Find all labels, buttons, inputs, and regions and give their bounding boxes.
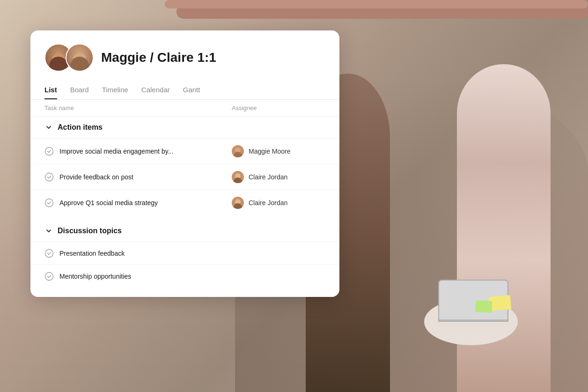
- task-left: Mentorship opportunities: [44, 272, 232, 281]
- task-assignee: Maggie Moore: [232, 145, 325, 157]
- task-card: Maggie / Claire 1:1 List Board Timeline …: [30, 30, 339, 297]
- task-assignee: Claire Jordan: [232, 171, 325, 183]
- svg-point-4: [45, 273, 53, 281]
- sticky-note-2: [475, 300, 492, 313]
- tab-list[interactable]: List: [44, 81, 57, 99]
- section-action-label: Action items: [58, 123, 103, 132]
- task-row[interactable]: Presentation feedback: [30, 242, 339, 265]
- check-circle-icon: [44, 249, 54, 258]
- section-discussion-label: Discussion topics: [58, 227, 122, 235]
- task-row[interactable]: Approve Q1 social media strategy Claire …: [30, 190, 339, 215]
- svg-point-1: [45, 173, 53, 181]
- task-name: Presentation feedback: [59, 250, 125, 257]
- column-headers: Task name Assignee: [30, 100, 339, 117]
- assignee-name: Maggie Moore: [249, 148, 291, 155]
- bench-top: [165, 0, 588, 8]
- header-top: Maggie / Claire 1:1: [44, 44, 325, 72]
- task-assignee: Claire Jordan: [232, 197, 325, 209]
- tab-calendar[interactable]: Calendar: [141, 81, 170, 99]
- task-left: Provide feedback on post: [44, 172, 232, 182]
- task-name: Approve Q1 social media strategy: [59, 199, 158, 207]
- tabs-bar: List Board Timeline Calendar Gantt: [30, 81, 339, 100]
- svg-point-3: [45, 250, 53, 258]
- col-task-label: Task name: [44, 104, 232, 111]
- assignee-name: Claire Jordan: [249, 173, 287, 181]
- svg-point-2: [45, 199, 53, 207]
- assignee-avatar-claire: [232, 171, 244, 183]
- task-row[interactable]: Mentorship opportunities: [30, 265, 339, 288]
- section-gap: [30, 215, 339, 220]
- check-circle-icon: [44, 198, 54, 207]
- check-circle-icon: [44, 272, 54, 281]
- tab-gantt[interactable]: Gantt: [183, 81, 200, 99]
- assignee-avatar-maggie: [232, 145, 244, 157]
- assignee-name: Claire Jordan: [249, 199, 287, 207]
- project-title: Maggie / Claire 1:1: [101, 50, 216, 65]
- card-header: Maggie / Claire 1:1: [30, 30, 339, 72]
- check-circle-icon: [44, 172, 54, 182]
- svg-point-0: [45, 148, 53, 155]
- task-name: Mentorship opportunities: [59, 273, 131, 280]
- task-name: Provide feedback on post: [59, 173, 133, 181]
- task-left: Improve social media engagement by...: [44, 147, 232, 156]
- assignee-avatar-claire-2: [232, 197, 244, 209]
- task-left: Approve Q1 social media strategy: [44, 198, 232, 207]
- chevron-discussion-icon: [44, 227, 53, 235]
- sticky-note: [489, 295, 511, 311]
- avatars-group: [44, 44, 94, 72]
- col-assignee-label: Assignee: [232, 104, 325, 111]
- section-action-items[interactable]: Action items: [30, 117, 339, 138]
- task-name: Improve social media engagement by...: [59, 148, 173, 155]
- task-left: Presentation feedback: [44, 249, 232, 258]
- task-row[interactable]: Improve social media engagement by... Ma…: [30, 138, 339, 164]
- tab-board[interactable]: Board: [70, 81, 89, 99]
- section-discussion-topics[interactable]: Discussion topics: [30, 220, 339, 242]
- check-circle-icon: [44, 147, 54, 156]
- avatar-claire: [66, 44, 94, 72]
- chevron-action-icon: [44, 123, 53, 132]
- tab-timeline[interactable]: Timeline: [102, 81, 128, 99]
- task-row[interactable]: Provide feedback on post Claire Jordan: [30, 164, 339, 190]
